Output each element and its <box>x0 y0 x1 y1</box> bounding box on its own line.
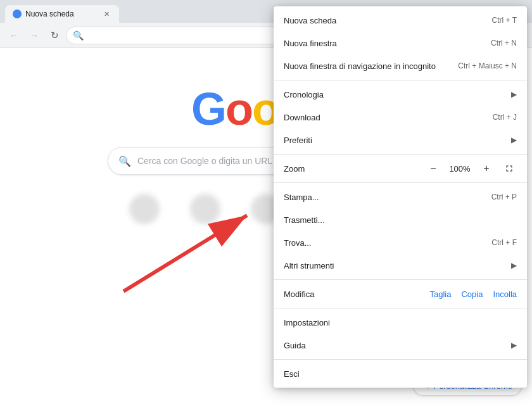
modifica-row[interactable]: Modifica Taglia Copia Incolla <box>274 282 527 305</box>
download-label: Download <box>284 113 320 122</box>
zoom-controls: − 100% + <box>426 161 517 176</box>
nuova-incognito-shortcut: Ctrl + Maiusc + N <box>458 61 517 70</box>
esci-label: Esci <box>284 369 300 379</box>
context-menu: Nuova scheda Ctrl + T Nuova finestra Ctr… <box>274 6 527 388</box>
preferiti-label: Preferiti <box>284 136 312 145</box>
stampa-shortcut: Ctrl + P <box>491 193 517 201</box>
menu-item-download[interactable]: Download Ctrl + J <box>274 106 527 129</box>
copia-btn[interactable]: Copia <box>461 289 483 299</box>
active-tab[interactable]: Nuova scheda ✕ <box>5 5 119 23</box>
zoom-row: Zoom − 100% + <box>274 157 527 180</box>
nuova-scheda-label: Nuova scheda <box>284 16 336 25</box>
tab-title: Nuova scheda <box>25 10 74 18</box>
stampa-label: Stampa... <box>284 193 319 202</box>
nuova-finestra-label: Nuova finestra <box>284 39 337 48</box>
incolla-btn[interactable]: Incolla <box>493 289 517 299</box>
zoom-minus-btn[interactable]: − <box>426 161 441 176</box>
shortcut-1[interactable] <box>119 194 170 236</box>
download-shortcut: Ctrl + J <box>493 113 517 122</box>
impostazioni-label: Impostazioni <box>284 318 330 327</box>
altri-strumenti-label: Altri strumenti <box>284 261 334 270</box>
preferiti-arrow: ▶ <box>511 136 517 144</box>
zoom-percent: 100% <box>448 164 471 174</box>
divider-4 <box>274 279 527 280</box>
menu-item-nuova-scheda[interactable]: Nuova scheda Ctrl + T <box>274 9 527 32</box>
cronologia-label: Cronologia <box>284 90 324 99</box>
nuova-finestra-shortcut: Ctrl + N <box>491 39 517 48</box>
divider-2 <box>274 154 527 155</box>
divider-1 <box>274 80 527 80</box>
divider-5 <box>274 308 527 308</box>
zoom-label: Zoom <box>284 164 305 174</box>
search-icon: 🔍 <box>118 155 131 167</box>
shortcut-2[interactable] <box>180 194 231 236</box>
search-placeholder-text: Cerca con Google o digita un URL <box>137 156 272 166</box>
nuova-incognito-label: Nuova finestra di navigazione in incogni… <box>284 61 436 71</box>
refresh-button[interactable]: ↻ <box>46 27 63 44</box>
zoom-fullscreen-btn[interactable] <box>502 161 517 176</box>
taglia-btn[interactable]: Taglia <box>429 289 451 299</box>
trova-label: Trova... <box>284 238 312 248</box>
menu-item-cronologia[interactable]: Cronologia ▶ <box>274 83 527 106</box>
guida-arrow: ▶ <box>511 341 517 350</box>
menu-item-stampa[interactable]: Stampa... Ctrl + P <box>274 186 527 208</box>
menu-item-esci[interactable]: Esci <box>274 362 527 385</box>
menu-item-guida[interactable]: Guida ▶ <box>274 334 527 357</box>
altri-strumenti-arrow: ▶ <box>511 261 517 270</box>
back-button[interactable]: ← <box>5 27 23 44</box>
trova-shortcut: Ctrl + F <box>491 238 517 247</box>
menu-item-trasmetti[interactable]: Trasmetti... <box>274 208 527 231</box>
menu-item-nuova-incognito[interactable]: Nuova finestra di navigazione in incogni… <box>274 54 527 77</box>
tab-favicon <box>13 10 22 18</box>
guida-label: Guida <box>284 341 306 350</box>
cronologia-arrow: ▶ <box>511 90 517 99</box>
logo-g: G <box>191 84 225 134</box>
shortcut-2-icon <box>190 194 220 224</box>
modifica-label: Modifica <box>284 289 314 299</box>
zoom-plus-btn[interactable]: + <box>479 161 494 176</box>
search-icon: 🔍 <box>73 30 84 41</box>
divider-6 <box>274 359 527 360</box>
menu-item-impostazioni[interactable]: Impostazioni <box>274 311 527 334</box>
menu-item-trova[interactable]: Trova... Ctrl + F <box>274 231 527 254</box>
edit-actions: Taglia Copia Incolla <box>429 289 517 299</box>
trasmetti-label: Trasmetti... <box>284 215 325 225</box>
nuova-scheda-shortcut: Ctrl + T <box>492 16 517 25</box>
menu-item-preferiti[interactable]: Preferiti ▶ <box>274 129 527 151</box>
menu-item-altri-strumenti[interactable]: Altri strumenti ▶ <box>274 254 527 277</box>
menu-item-nuova-finestra[interactable]: Nuova finestra Ctrl + N <box>274 32 527 54</box>
logo-o1: o <box>225 84 252 134</box>
forward-button[interactable]: → <box>25 27 43 44</box>
divider-3 <box>274 182 527 183</box>
tab-close-btn[interactable]: ✕ <box>101 9 111 19</box>
shortcut-1-icon <box>129 194 160 224</box>
